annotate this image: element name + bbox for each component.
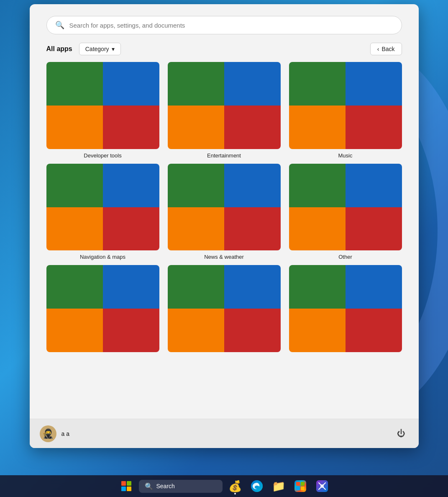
grid-row-3: [46, 265, 402, 352]
quad-bottom-right: [224, 106, 281, 149]
quad-bottom-left: [46, 309, 103, 352]
all-apps-label: All apps: [46, 45, 72, 53]
taskbar-edge[interactable]: [248, 477, 266, 495]
quad-bottom-right: [103, 309, 159, 352]
windows-logo-icon: [121, 481, 131, 491]
quad-bottom-right: [346, 207, 402, 251]
taskbar-file-explorer[interactable]: 📁: [269, 477, 288, 495]
quad-top-left: [289, 265, 346, 309]
svg-rect-5: [301, 482, 305, 486]
quad-top-right: [346, 164, 402, 207]
avatar-emoji: 🥷: [42, 428, 54, 439]
category-navigation[interactable]: Navigation & maps: [46, 164, 159, 260]
category-row3-col1[interactable]: [46, 265, 159, 352]
quad-top-right: [224, 265, 281, 309]
taskbar-search-icon: 🔍: [145, 482, 153, 490]
back-label: Back: [381, 46, 394, 52]
other-icon: [289, 164, 402, 251]
grid-row-2: Navigation & maps News & weather: [46, 164, 402, 260]
row3-col1-icon: [46, 265, 159, 352]
quad-top-left: [168, 265, 224, 309]
quad-bottom-left: [46, 207, 103, 251]
category-row3-col2[interactable]: [168, 265, 281, 352]
quad-top-left: [289, 62, 346, 106]
quad-bottom-left: [289, 207, 346, 251]
taskbar-snipping-tool[interactable]: [313, 477, 331, 495]
taskbar-active-indicator: [234, 493, 236, 494]
search-bar[interactable]: 🔍: [46, 16, 402, 34]
quad-bottom-left: [289, 106, 346, 149]
quad-top-right: [103, 265, 159, 309]
music-icon: [289, 62, 402, 149]
grid-row-1: Developer tools Entertainment Mu: [46, 62, 402, 159]
quad-top-right: [103, 62, 159, 106]
quad-top-right: [224, 164, 281, 207]
quad-bottom-left: [168, 207, 224, 251]
category-button[interactable]: Category ▾: [79, 43, 121, 55]
quad-top-right: [103, 164, 159, 207]
quad-bottom-right: [346, 309, 402, 352]
entertainment-icon: [168, 62, 281, 149]
navigation-icon: [46, 164, 159, 251]
row3-col3-icon: [289, 265, 402, 352]
user-avatar[interactable]: 🥷: [40, 425, 56, 442]
power-icon: ⏻: [397, 429, 405, 438]
quad-top-right: [346, 265, 402, 309]
category-entertainment[interactable]: Entertainment: [168, 62, 281, 159]
other-label: Other: [338, 254, 352, 260]
edge-icon: [251, 480, 263, 492]
quad-top-left: [46, 164, 103, 207]
quad-top-left: [46, 62, 103, 106]
taskbar-search-bar[interactable]: 🔍 Search: [139, 480, 223, 493]
quad-bottom-right: [103, 207, 159, 251]
quad-bottom-left: [168, 106, 224, 149]
quad-bottom-left: [46, 106, 103, 149]
news-weather-label: News & weather: [204, 254, 244, 260]
category-developer-tools[interactable]: Developer tools: [46, 62, 159, 159]
footer: 🥷 a a ⏻: [30, 419, 419, 448]
user-name: a a: [61, 430, 69, 437]
svg-rect-6: [296, 487, 300, 490]
taskbar: 🔍 Search 💰 📁: [0, 475, 448, 497]
category-music[interactable]: Music: [289, 62, 402, 159]
navigation-label: Navigation & maps: [80, 254, 125, 260]
category-news-weather[interactable]: News & weather: [168, 164, 281, 260]
entertainment-label: Entertainment: [207, 152, 241, 159]
back-button[interactable]: ‹ Back: [370, 43, 402, 55]
money-bag-icon: 💰: [228, 480, 242, 493]
snipping-tool-icon: [316, 480, 328, 492]
toolbar: All apps Category ▾ ‹ Back: [30, 43, 419, 62]
category-label: Category: [85, 46, 109, 52]
taskbar-money-app[interactable]: 💰: [226, 477, 244, 495]
quad-bottom-left: [289, 309, 346, 352]
chevron-left-icon: ‹: [377, 46, 379, 52]
svg-rect-4: [296, 482, 300, 486]
category-row3-col3[interactable]: [289, 265, 402, 352]
taskbar-microsoft-store[interactable]: [291, 477, 310, 495]
developer-tools-icon: [46, 62, 159, 149]
app-grid: Developer tools Entertainment Mu: [30, 62, 419, 419]
developer-tools-label: Developer tools: [84, 152, 121, 159]
quad-top-right: [224, 62, 281, 106]
music-label: Music: [338, 152, 353, 159]
news-weather-icon: [168, 164, 281, 251]
quad-top-right: [346, 62, 402, 106]
search-input[interactable]: [69, 22, 393, 29]
chevron-down-icon: ▾: [112, 46, 115, 52]
quad-bottom-right: [346, 106, 402, 149]
quad-top-left: [289, 164, 346, 207]
folder-icon: 📁: [272, 480, 285, 493]
row3-col2-icon: [168, 265, 281, 352]
quad-bottom-right: [224, 207, 281, 251]
quad-top-left: [168, 164, 224, 207]
quad-bottom-right: [103, 106, 159, 149]
search-bar-container: 🔍: [30, 4, 419, 43]
category-other[interactable]: Other: [289, 164, 402, 260]
power-button[interactable]: ⏻: [394, 426, 409, 441]
taskbar-start-button[interactable]: [117, 477, 136, 495]
quad-bottom-right: [224, 309, 281, 352]
store-icon: [294, 480, 306, 492]
quad-top-left: [168, 62, 224, 106]
start-menu: 🔍 All apps Category ▾ ‹ Back Dev: [30, 4, 419, 448]
quad-bottom-left: [168, 309, 224, 352]
